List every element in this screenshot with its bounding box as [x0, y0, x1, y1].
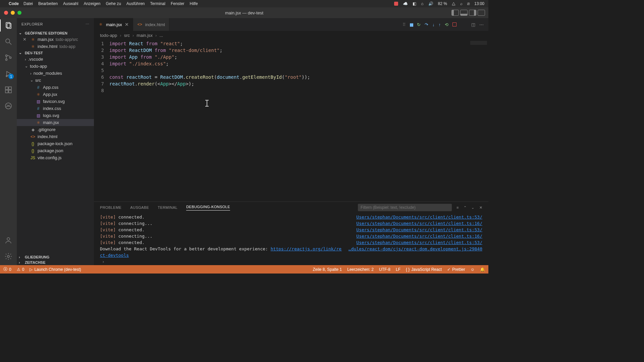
source-link[interactable]: …dules/react-dom/cjs/react-dom.developme… [342, 246, 482, 252]
debug-reverse-button[interactable]: ⟲ [445, 22, 448, 27]
source-link[interactable]: Users/stephan/Documents/src/client/clien… [350, 220, 482, 227]
breadcrumb-item[interactable]: main.jsx [137, 33, 153, 38]
status-warnings[interactable]: ⚠ 0 [17, 267, 24, 272]
source-link[interactable]: Users/stephan/Documents/src/client/clien… [350, 233, 482, 239]
window-minimize[interactable] [11, 11, 15, 15]
tree-item[interactable]: ▧logo.svg [17, 112, 94, 119]
activity-explorer[interactable] [4, 21, 13, 30]
menubar-volume-icon[interactable]: 🔊 [428, 1, 433, 6]
activity-accounts[interactable] [4, 236, 13, 245]
debug-step-into-button[interactable]: ↓ [432, 22, 435, 27]
activity-search[interactable] [4, 37, 13, 46]
project-header[interactable]: ⌄ DEV-TEST [17, 50, 94, 56]
macos-menu-item[interactable]: Anzeigen [84, 1, 100, 6]
panel-filter-settings-icon[interactable]: ≡ [457, 205, 459, 209]
tree-item[interactable]: JSvite.config.js [17, 154, 94, 161]
macos-menu-item[interactable]: Terminal [150, 1, 165, 6]
tree-item[interactable]: ⚛App.jsx [17, 91, 94, 98]
devtools-link[interactable]: https://reactjs.org/link/rea [271, 246, 342, 251]
status-bell-icon[interactable]: 🔔 [480, 267, 485, 272]
menubar-search-icon[interactable]: ⌕ [460, 1, 463, 6]
menubar-dropbox-icon[interactable]: ⌂ [421, 1, 423, 6]
debug-console-input[interactable]: › [100, 258, 482, 265]
tree-item[interactable]: {}package-lock.json [17, 140, 94, 147]
macos-menu-item[interactable]: Hilfe [190, 1, 198, 6]
code-editor[interactable]: 12345678 import React from "react";impor… [94, 40, 488, 201]
status-launch-config[interactable]: ▷ Launch Chrome (dev-test) [30, 267, 81, 272]
breadcrumb-item[interactable]: src [124, 33, 130, 38]
toggle-panel[interactable] [460, 10, 468, 16]
breadcrumb-item[interactable]: todo-app [100, 33, 117, 38]
toggle-primary-sidebar[interactable] [451, 10, 459, 16]
macos-menu-item[interactable]: Bearbeiten [38, 1, 58, 6]
tree-item[interactable]: ›node_modules [17, 70, 94, 77]
status-prettier[interactable]: ✓ Prettier [447, 267, 465, 272]
status-eol[interactable]: LF [396, 267, 400, 272]
macos-menu-item[interactable]: Auswahl [63, 1, 78, 6]
window-close[interactable] [4, 11, 8, 15]
editor-tab[interactable]: <> index.html [133, 18, 169, 31]
tree-item[interactable]: {}package.json [17, 147, 94, 154]
panel-close-icon[interactable]: ✕ [479, 205, 482, 210]
debug-restart-button[interactable]: ↻ [417, 22, 421, 27]
status-indentation[interactable]: Leerzeichen: 2 [347, 267, 374, 272]
macos-menu-item[interactable]: Datei [23, 1, 33, 6]
open-editor-item[interactable]: ⚛ index.html todo-app [17, 43, 94, 50]
panel-tab-terminal[interactable]: TERMINAL [158, 205, 177, 209]
panel-tab-debug-console[interactable]: DEBUGGING-KONSOLE [186, 205, 230, 210]
customize-layout[interactable] [478, 10, 485, 16]
minimap[interactable] [468, 40, 488, 201]
source-link[interactable]: Users/stephan/Documents/src/client/clien… [350, 214, 482, 220]
menubar-emoji-icon[interactable]: ☁️ [403, 1, 408, 6]
tree-item[interactable]: ›.vscode [17, 56, 94, 63]
tree-item[interactable]: ⚛main.jsx [17, 119, 94, 126]
source-link[interactable]: Users/stephan/Documents/src/client/clien… [350, 227, 482, 233]
breadcrumb[interactable]: todo-app›src›main.jsx›... [94, 31, 488, 40]
tree-item[interactable]: ⌄todo-app [17, 63, 94, 70]
split-editor-button[interactable]: ◫ [471, 22, 475, 27]
timeline-header[interactable]: › ZEITACHSE [17, 260, 94, 265]
menubar-app-icon[interactable]: ◧ [413, 1, 416, 6]
explorer-more-icon[interactable]: ⋯ [86, 22, 90, 26]
toggle-secondary-sidebar[interactable] [469, 10, 476, 16]
activity-run-debug[interactable]: 1 [4, 69, 13, 78]
editor-more-icon[interactable]: ⋯ [479, 22, 484, 27]
activity-settings[interactable] [4, 252, 13, 261]
app-menu[interactable]: Code [9, 1, 19, 6]
activity-extensions[interactable] [4, 85, 13, 95]
macos-menu-item[interactable]: Fenster [171, 1, 184, 6]
status-feedback-icon[interactable]: ☺ [471, 267, 475, 272]
panel-maximize-icon[interactable]: ⌃ [464, 205, 467, 210]
tree-item[interactable]: #App.css [17, 84, 94, 91]
debug-drag-icon[interactable]: ⠿ [402, 22, 406, 27]
debug-step-out-button[interactable]: ↑ [439, 22, 441, 27]
tree-item[interactable]: #index.css [17, 105, 94, 112]
open-editor-item[interactable]: ✕ ⚛ main.jsx todo-app/src [17, 36, 94, 43]
status-encoding[interactable]: UTF-8 [379, 267, 390, 272]
debug-console-output[interactable]: [vite] connected.Users/stephan/Documents… [94, 213, 488, 265]
tree-item[interactable]: <>index.html [17, 133, 94, 140]
menubar-indicator-red[interactable] [394, 2, 398, 6]
activity-remote[interactable] [4, 101, 13, 111]
menubar-wifi-icon[interactable]: ⧋ [452, 1, 455, 6]
debug-stop-button[interactable] [452, 22, 457, 26]
panel-tab-problems[interactable]: PROBLEME [100, 205, 121, 209]
window-zoom[interactable] [17, 11, 21, 15]
panel-chevron-down-icon[interactable]: ⌄ [471, 205, 474, 210]
close-icon[interactable]: ✕ [125, 22, 129, 27]
menubar-clock[interactable]: 13:00 [474, 1, 484, 6]
tree-item[interactable]: ▧favicon.svg [17, 98, 94, 105]
status-language[interactable]: { } JavaScript React [406, 267, 442, 272]
menubar-control-center-icon[interactable]: ⎚ [467, 1, 470, 6]
panel-filter-input[interactable] [358, 204, 452, 211]
open-editors-header[interactable]: ⌄ GEÖFFNETE EDITOREN [17, 30, 94, 36]
close-icon[interactable]: ✕ [23, 37, 28, 42]
debug-pause-button[interactable]: ▮▮ [410, 22, 413, 27]
tree-item[interactable]: ⌄src [17, 77, 94, 84]
outline-header[interactable]: › GLIEDERUNG [17, 254, 94, 260]
source-link[interactable]: Users/stephan/Documents/src/client/clien… [350, 239, 482, 246]
debug-step-over-button[interactable]: ↷ [425, 22, 428, 27]
menubar-battery[interactable]: 82 % [438, 1, 447, 6]
breadcrumb-item[interactable]: ... [159, 33, 163, 38]
panel-tab-output[interactable]: AUSGABE [130, 205, 149, 209]
